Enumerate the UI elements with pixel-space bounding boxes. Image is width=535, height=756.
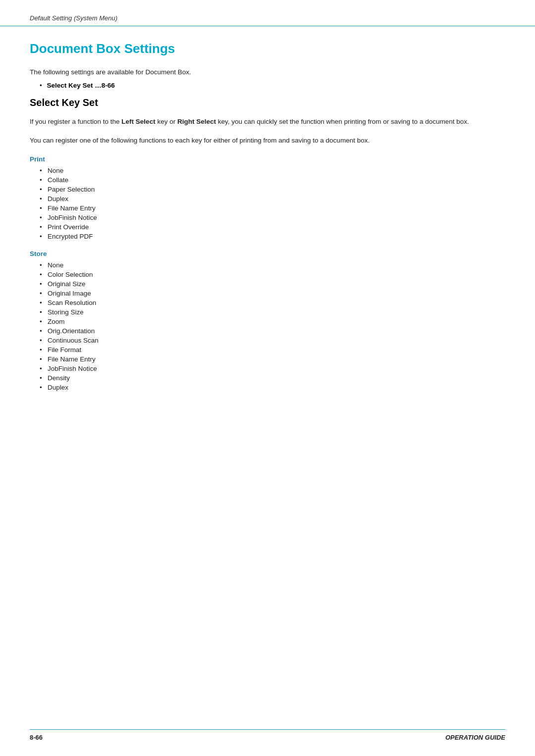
section-title-select-key-set: Select Key Set [30, 97, 505, 108]
page-header: Default Setting (System Menu) [0, 0, 535, 26]
toc-item: • Select Key Set …8-66 [40, 82, 505, 89]
list-item: JobFinish Notice [40, 214, 505, 221]
toc-link-select-key-set: Select Key Set …8-66 [47, 82, 115, 89]
page: Default Setting (System Menu) Document B… [0, 0, 535, 756]
list-item: Duplex [40, 384, 505, 391]
list-item: Storing Size [40, 308, 505, 316]
toc-bullet: • [40, 82, 42, 89]
store-list: None Color Selection Original Size Origi… [40, 261, 505, 391]
list-item: Collate [40, 176, 505, 184]
list-item: Zoom [40, 318, 505, 325]
store-subsection-title: Store [30, 250, 505, 257]
list-item: Duplex [40, 195, 505, 202]
list-item: JobFinish Notice [40, 365, 505, 372]
list-item: Continuous Scan [40, 337, 505, 344]
right-select-label: Right Select [177, 118, 216, 125]
page-footer: 8-66 OPERATION GUIDE [30, 729, 505, 741]
page-title: Document Box Settings [30, 41, 505, 56]
list-item: Orig.Orientation [40, 327, 505, 335]
list-item: Original Size [40, 280, 505, 288]
print-subsection-title: Print [30, 155, 505, 163]
list-item: Encrypted PDF [40, 233, 505, 240]
section-desc-1: If you register a function to the Left S… [30, 116, 505, 127]
list-item: None [40, 261, 505, 269]
list-item: Scan Resolution [40, 299, 505, 306]
list-item: File Name Entry [40, 204, 505, 212]
intro-text: The following settings are available for… [30, 68, 505, 76]
footer-guide-title: OPERATION GUIDE [445, 734, 505, 741]
left-select-label: Left Select [121, 118, 155, 125]
list-item: Paper Selection [40, 186, 505, 193]
list-item: Original Image [40, 290, 505, 297]
list-item: File Format [40, 346, 505, 353]
list-item: Print Override [40, 223, 505, 231]
list-item: None [40, 167, 505, 174]
footer-page-number: 8-66 [30, 734, 43, 741]
print-list: None Collate Paper Selection Duplex File… [40, 167, 505, 240]
list-item: File Name Entry [40, 355, 505, 363]
page-content: Document Box Settings The following sett… [0, 41, 535, 391]
breadcrumb: Default Setting (System Menu) [30, 14, 117, 22]
list-item: Density [40, 374, 505, 382]
list-item: Color Selection [40, 271, 505, 278]
section-desc-2: You can register one of the following fu… [30, 135, 505, 146]
